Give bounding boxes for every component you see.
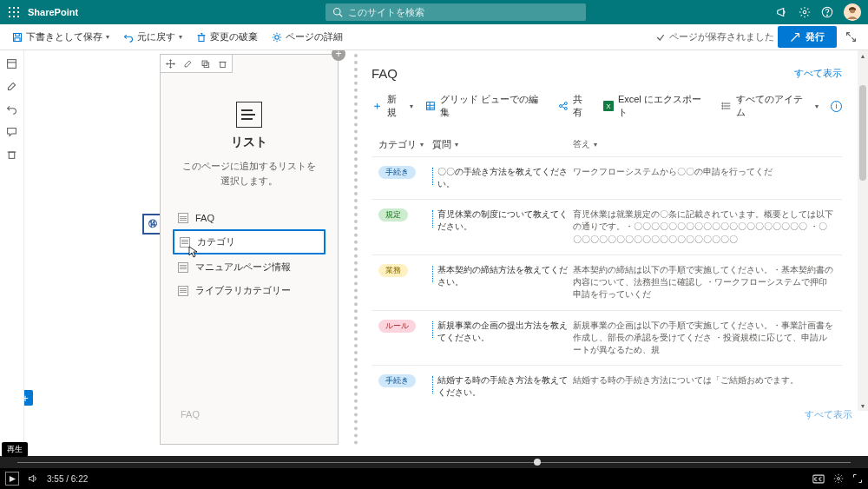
publish-button[interactable]: 発行 [778, 26, 837, 48]
list-option-library-category[interactable]: ライブラリカテゴリー [173, 280, 326, 301]
col-category[interactable]: カテゴリ ▾ [378, 138, 432, 151]
info-button[interactable]: i [831, 101, 842, 112]
list-option-category[interactable]: カテゴリ [173, 229, 326, 254]
scroll-up-icon[interactable]: ▴ [858, 50, 868, 61]
save-draft-label: 下書きとして保存 [26, 30, 102, 43]
svg-line-35 [562, 107, 564, 108]
app-launcher-icon[interactable] [7, 5, 21, 19]
svg-rect-3 [9, 11, 10, 13]
chevron-down-icon: ▾ [410, 102, 413, 110]
command-bar: 下書きとして保存 ▾ 元に戻す ▾ 変更の破棄 ページの詳細 ページが保存されま… [0, 24, 868, 50]
webpart-toolbar [160, 54, 233, 73]
discard-button[interactable]: 変更の破棄 [191, 28, 263, 46]
replay-button[interactable]: 再生 [2, 442, 28, 457]
fullscreen-icon[interactable] [852, 473, 863, 484]
answer-cell: 結婚する時の手続き方法については「ご結婚おめでます。 [573, 374, 835, 399]
scrollbar-thumb[interactable] [859, 85, 866, 181]
answer-cell: 新規事業の企画は以下の手順で実施してください。・事業計画書を作成し、部長の承認を… [573, 320, 835, 357]
svg-rect-8 [17, 16, 19, 17]
answer-cell: ワークフローシステムから〇〇の申請を行ってくだ [573, 166, 835, 190]
save-draft-button[interactable]: 下書きとして保存 ▾ [7, 28, 115, 46]
svg-rect-0 [9, 7, 10, 9]
list-item-icon [178, 286, 188, 296]
faq-webpart: FAQ すべて表示 ＋新規▾ グリッド ビューでの編集 共有 [354, 54, 842, 445]
help-icon[interactable] [821, 6, 833, 18]
svg-point-31 [559, 105, 562, 108]
rail-layout-icon[interactable] [6, 57, 18, 69]
share-button[interactable]: 共有 [558, 93, 591, 119]
table-row[interactable]: 手続き結婚する時の手続き方法を教えてください。結婚する時の手続き方法については「… [372, 365, 842, 407]
list-option-manual-page[interactable]: マニュアルページ情報 [173, 256, 326, 278]
svg-point-11 [803, 10, 806, 14]
rail-undo-icon[interactable] [6, 102, 18, 115]
expand-button[interactable] [840, 27, 861, 48]
page-details-button[interactable]: ページの詳細 [266, 28, 348, 46]
section-header[interactable]: ︿ 1 段組み [24, 445, 868, 456]
svg-point-20 [275, 35, 279, 39]
settings-icon[interactable] [799, 6, 811, 18]
grid-icon [425, 101, 436, 111]
svg-rect-6 [9, 16, 10, 17]
svg-rect-19 [199, 35, 204, 41]
vertical-scrollbar[interactable]: ▴ ▾ [858, 50, 868, 411]
table-row[interactable]: 業務基本契約の締結方法を教えてください。基本契約の締結は以下の手順で実施してくだ… [372, 254, 842, 310]
question-cell: 結婚する時の手続き方法を教えてください。 [432, 374, 573, 399]
brand-label: SharePoint [28, 7, 78, 17]
delete-icon[interactable] [216, 57, 228, 69]
list-option-faq[interactable]: FAQ [173, 208, 326, 228]
add-webpart-button[interactable]: + [332, 50, 345, 61]
new-item-button[interactable]: ＋新規▾ [372, 93, 413, 119]
scroll-down-icon[interactable]: ▾ [858, 400, 868, 411]
list-large-icon [236, 102, 262, 128]
cc-icon[interactable] [812, 474, 825, 484]
preview-ghost: FAQ すべて表示 [181, 406, 852, 423]
table-row[interactable]: 規定育児休業の制度について教えてください。育児休業は就業規定の〇条に記載されてい… [372, 199, 842, 254]
list-item-icon [178, 262, 188, 273]
col-question[interactable]: 質問 ▾ [432, 138, 573, 151]
user-avatar[interactable] [844, 3, 861, 21]
play-button[interactable] [5, 472, 19, 486]
chevron-down-icon: ▾ [420, 141, 424, 149]
undo-button[interactable]: 元に戻す ▾ [118, 28, 187, 46]
rail-edit-icon[interactable] [6, 80, 18, 92]
question-cell: 新規事業の企画の提出方法を教えてください。 [432, 320, 573, 344]
discard-label: 変更の破棄 [210, 30, 258, 43]
question-cell: 〇〇の手続き方法を教えてください。 [432, 166, 573, 190]
grid-edit-button[interactable]: グリッド ビューでの編集 [425, 93, 546, 119]
settings-icon[interactable] [833, 473, 844, 484]
video-scrubber[interactable]: 再生 [0, 456, 868, 468]
toolbox-rail [0, 50, 24, 456]
faq-table: カテゴリ ▾ 質問 ▾ 答え ▾ 手続き〇〇の手続き方法を教えてください。ワーク… [372, 133, 842, 407]
svg-rect-25 [204, 63, 209, 68]
rail-delete-icon[interactable] [6, 148, 18, 160]
duplicate-icon[interactable] [199, 57, 211, 69]
scrubber-handle[interactable] [534, 459, 541, 466]
export-excel-button[interactable]: XExcel にエクスポート [603, 93, 709, 119]
info-icon: i [831, 101, 842, 112]
svg-rect-1 [13, 7, 15, 9]
suite-header: SharePoint [0, 0, 868, 24]
chevron-down-icon: ▾ [179, 33, 182, 41]
col-answer[interactable]: 答え ▾ [573, 138, 835, 151]
move-icon[interactable] [164, 57, 176, 69]
list-picker-title: リスト [231, 135, 267, 150]
svg-rect-27 [427, 102, 435, 110]
list-webpart-placeholder: + リスト このページに追加するリストを 選択します。 [160, 54, 339, 445]
table-row[interactable]: 手続き〇〇の手続き方法を教えてください。ワークフローシステムから〇〇の申請を行っ… [372, 156, 842, 199]
faq-show-all-link[interactable]: すべて表示 [794, 67, 842, 80]
table-row[interactable]: ルール新規事業の企画の提出方法を教えてください。新規事業の企画は以下の手順で実施… [372, 310, 842, 366]
faq-title: FAQ [372, 66, 398, 81]
megaphone-icon[interactable] [776, 6, 788, 18]
search-input[interactable] [348, 7, 579, 17]
add-section-button[interactable]: + [24, 390, 33, 406]
rail-comment-icon[interactable] [6, 125, 18, 137]
svg-point-41 [722, 108, 723, 109]
edit-icon[interactable] [181, 57, 194, 69]
svg-rect-18 [15, 37, 20, 41]
question-cell: 基本契約の締結方法を教えてください。 [432, 264, 573, 288]
volume-icon[interactable] [28, 473, 38, 484]
search-box[interactable] [326, 3, 586, 21]
answer-cell: 育児休業は就業規定の〇条に記載されています。概要としては以下の通りです。・〇〇〇… [573, 208, 835, 246]
chevron-down-icon: ▾ [455, 141, 458, 149]
view-selector[interactable]: すべてのアイテム▾ [721, 93, 819, 119]
